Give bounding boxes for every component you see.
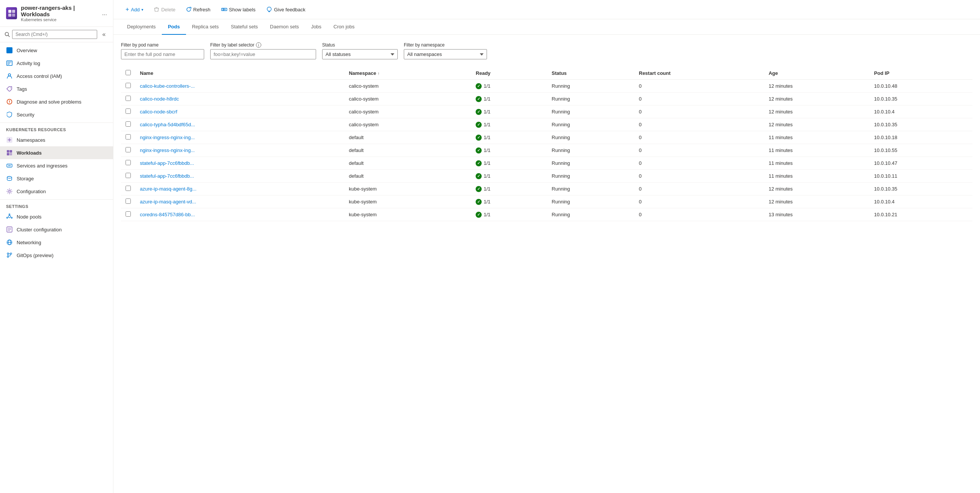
add-chevron-icon: ▾ bbox=[142, 8, 143, 12]
pods-table: Name Namespace ↑ Ready Status Restart co… bbox=[121, 67, 972, 221]
add-icon: + bbox=[126, 6, 129, 13]
pod-status-cell: Running bbox=[547, 157, 635, 170]
content-area: Filter by pod name Filter by label selec… bbox=[113, 35, 980, 493]
pod-ready-status: ✓ 1/1 bbox=[476, 173, 490, 179]
pod-name-link[interactable]: stateful-app-7cc6fbbdb... bbox=[140, 173, 194, 179]
sidebar-item-diagnose[interactable]: Diagnose and solve problems bbox=[0, 95, 113, 108]
row-checkbox-cell bbox=[121, 118, 135, 131]
pod-age-cell: 12 minutes bbox=[764, 183, 870, 196]
refresh-icon bbox=[186, 7, 191, 12]
row-checkbox[interactable] bbox=[126, 199, 131, 204]
sidebar-item-security[interactable]: Security bbox=[0, 108, 113, 121]
row-checkbox[interactable] bbox=[126, 108, 131, 114]
filter-status-select[interactable]: All statuses bbox=[322, 49, 398, 59]
search-input[interactable] bbox=[12, 30, 97, 39]
nodepools-icon bbox=[6, 213, 13, 220]
pod-ip-cell: 10.0.10.48 bbox=[870, 80, 972, 92]
pod-ip-cell: 10.0.10.47 bbox=[870, 157, 972, 170]
row-checkbox[interactable] bbox=[126, 160, 131, 165]
svg-rect-17 bbox=[10, 150, 13, 153]
overview-icon bbox=[6, 47, 13, 54]
pod-ready-status: ✓ 1/1 bbox=[476, 212, 490, 218]
delete-button[interactable]: Delete bbox=[150, 5, 180, 15]
filter-pod-name-group: Filter by pod name bbox=[121, 42, 204, 59]
activity-log-icon bbox=[6, 60, 13, 67]
sidebar-item-gitops[interactable]: GitOps (preview) bbox=[0, 249, 113, 262]
select-all-checkbox[interactable] bbox=[126, 70, 131, 75]
pod-name-link[interactable]: azure-ip-masq-agent-vd... bbox=[140, 199, 196, 205]
tab-deployments[interactable]: Deployments bbox=[121, 19, 162, 35]
table-row: azure-ip-masq-agent-8g... kube-system ✓ … bbox=[121, 183, 972, 196]
pod-ip-cell: 10.0.10.35 bbox=[870, 92, 972, 105]
app-title-group: power-rangers-aks | Workloads Kubernetes… bbox=[21, 5, 98, 22]
pod-name-cell: nginx-ingress-nginx-ing... bbox=[135, 131, 344, 144]
filter-namespace-select[interactable]: All namespaces bbox=[404, 49, 487, 59]
show-labels-button[interactable]: Show labels bbox=[216, 5, 260, 15]
pod-namespace-cell: default bbox=[344, 170, 471, 183]
pod-ip-cell: 10.0.10.18 bbox=[870, 131, 972, 144]
row-checkbox[interactable] bbox=[126, 121, 131, 127]
pod-ready-cell: ✓ 1/1 bbox=[471, 80, 547, 92]
row-checkbox[interactable] bbox=[126, 95, 131, 101]
tab-pods[interactable]: Pods bbox=[162, 19, 186, 35]
row-checkbox-cell bbox=[121, 144, 135, 157]
header-namespace[interactable]: Namespace ↑ bbox=[344, 67, 471, 80]
sidebar-item-cluster-config[interactable]: Cluster configuration bbox=[0, 223, 113, 236]
sidebar-item-networking[interactable]: Networking bbox=[0, 236, 113, 249]
tab-stateful-sets[interactable]: Stateful sets bbox=[224, 19, 264, 35]
ready-check-icon: ✓ bbox=[476, 109, 482, 115]
row-checkbox[interactable] bbox=[126, 147, 131, 153]
sidebar-item-overview[interactable]: Overview bbox=[0, 44, 113, 57]
pod-name-link[interactable]: calico-typha-5d4bdf65d... bbox=[140, 122, 195, 127]
row-checkbox[interactable] bbox=[126, 134, 131, 140]
pod-name-link[interactable]: calico-node-h8rdc bbox=[140, 96, 179, 102]
sidebar-item-namespaces[interactable]: Namespaces bbox=[0, 134, 113, 146]
sidebar-item-workloads[interactable]: Workloads bbox=[0, 146, 113, 159]
add-button[interactable]: + Add ▾ bbox=[121, 4, 148, 15]
show-labels-icon bbox=[221, 7, 227, 12]
tab-jobs[interactable]: Jobs bbox=[305, 19, 328, 35]
sidebar-item-tags[interactable]: Tags bbox=[0, 83, 113, 95]
svg-point-22 bbox=[7, 177, 12, 178]
pod-name-link[interactable]: nginx-ingress-nginx-ing... bbox=[140, 148, 195, 153]
security-icon bbox=[6, 111, 13, 118]
sidebar-item-activity-log[interactable]: Activity log bbox=[0, 57, 113, 70]
sidebar-item-services[interactable]: Services and ingresses bbox=[0, 159, 113, 172]
give-feedback-button[interactable]: Give feedback bbox=[262, 5, 310, 15]
sidebar: power-rangers-aks | Workloads Kubernetes… bbox=[0, 0, 113, 493]
pod-namespace-cell: calico-system bbox=[344, 105, 471, 118]
pod-name-link[interactable]: coredns-845757d86-bb... bbox=[140, 212, 195, 217]
sidebar-item-storage[interactable]: Storage bbox=[0, 172, 113, 185]
filter-namespace-label: Filter by namespace bbox=[404, 42, 487, 48]
tab-cron-jobs[interactable]: Cron jobs bbox=[328, 19, 361, 35]
row-checkbox[interactable] bbox=[126, 173, 131, 178]
table-row: nginx-ingress-nginx-ing... default ✓ 1/1… bbox=[121, 131, 972, 144]
workloads-icon bbox=[6, 149, 13, 156]
ellipsis-icon[interactable]: ... bbox=[102, 10, 107, 17]
pod-restart-count-cell: 0 bbox=[635, 157, 764, 170]
sidebar-item-configuration[interactable]: Configuration bbox=[0, 185, 113, 198]
row-checkbox[interactable] bbox=[126, 212, 131, 216]
pod-name-link[interactable]: nginx-ingress-nginx-ing... bbox=[140, 135, 195, 140]
pod-ip-cell: 10.0.10.21 bbox=[870, 208, 972, 221]
pod-name-cell: calico-node-sbcrf bbox=[135, 105, 344, 118]
pod-name-link[interactable]: calico-node-sbcrf bbox=[140, 109, 177, 115]
sidebar-item-iam[interactable]: Access control (IAM) bbox=[0, 70, 113, 83]
pod-ready-status: ✓ 1/1 bbox=[476, 160, 490, 166]
pod-name-link[interactable]: calico-kube-controllers-... bbox=[140, 83, 195, 89]
tab-replica-sets[interactable]: Replica sets bbox=[186, 19, 225, 35]
tab-daemon-sets[interactable]: Daemon sets bbox=[264, 19, 305, 35]
filter-pod-name-input[interactable] bbox=[121, 49, 204, 59]
ready-check-icon: ✓ bbox=[476, 148, 482, 154]
sidebar-item-node-pools[interactable]: Node pools bbox=[0, 210, 113, 223]
refresh-button[interactable]: Refresh bbox=[181, 5, 215, 15]
pod-name-link[interactable]: azure-ip-masq-agent-8g... bbox=[140, 186, 197, 192]
collapse-sidebar-button[interactable]: « bbox=[99, 30, 108, 39]
pod-restart-count-cell: 0 bbox=[635, 92, 764, 105]
pod-name-cell: azure-ip-masq-agent-8g... bbox=[135, 183, 344, 196]
filter-status-group: Status All statuses bbox=[322, 42, 398, 59]
pod-name-link[interactable]: stateful-app-7cc6fbbdb... bbox=[140, 160, 194, 166]
row-checkbox[interactable] bbox=[126, 83, 131, 88]
row-checkbox[interactable] bbox=[126, 186, 131, 191]
filter-label-selector-input[interactable] bbox=[210, 49, 316, 59]
